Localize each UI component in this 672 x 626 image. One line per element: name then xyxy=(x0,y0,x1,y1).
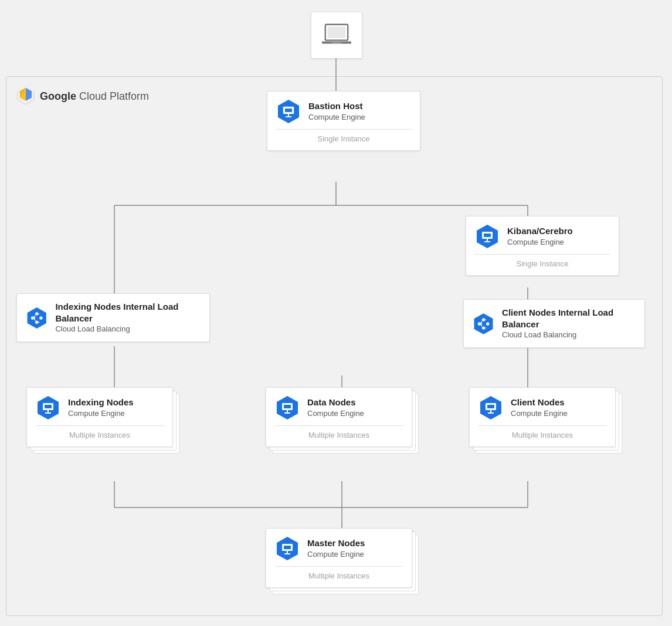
bastion-host-header: Bastion Host Compute Engine xyxy=(276,99,412,124)
data-nodes-subtitle: Compute Engine xyxy=(307,408,364,419)
svg-rect-69 xyxy=(284,553,290,554)
client-nodes-icon xyxy=(478,395,504,421)
client-nodes-instance: Multiple Instances xyxy=(478,431,607,439)
svg-rect-22 xyxy=(285,109,292,112)
svg-rect-54 xyxy=(45,412,51,414)
client-lb-title: Client Nodes Internal Load Balancer xyxy=(502,307,636,330)
client-lb-card: Client Nodes Internal Load Balancer Clou… xyxy=(463,299,645,348)
data-nodes-card: Data Nodes Compute Engine Multiple Insta… xyxy=(266,387,412,447)
indexing-lb-title: Indexing Nodes Internal Load Balancer xyxy=(55,301,201,324)
gcp-logo-text: Google Cloud Platform xyxy=(40,90,149,103)
svg-rect-17 xyxy=(328,27,346,38)
svg-point-41 xyxy=(478,322,481,325)
bastion-instance: Single Instance xyxy=(276,134,412,143)
master-nodes-subtitle: Compute Engine xyxy=(307,549,365,560)
laptop-icon xyxy=(322,22,351,49)
bastion-subtitle: Compute Engine xyxy=(308,112,365,123)
indexing-lb-card: Indexing Nodes Internal Load Balancer Cl… xyxy=(16,293,210,342)
svg-rect-19 xyxy=(332,43,341,44)
svg-rect-27 xyxy=(484,234,491,237)
client-lb-header: Client Nodes Internal Load Balancer Clou… xyxy=(472,307,636,340)
client-nodes-subtitle: Compute Engine xyxy=(511,408,568,419)
kibana-card: Kibana/Cerebro Compute Engine Single Ins… xyxy=(466,216,619,276)
kibana-instance: Single Instance xyxy=(474,259,610,268)
gcp-logo: Google Cloud Platform xyxy=(16,87,149,106)
svg-rect-64 xyxy=(488,412,494,414)
indexing-lb-header: Indexing Nodes Internal Load Balancer Cl… xyxy=(25,301,201,334)
bastion-title: Bastion Host xyxy=(308,100,365,112)
master-nodes-instance: Multiple Instances xyxy=(274,571,403,580)
svg-point-31 xyxy=(31,316,34,319)
bastion-host-icon xyxy=(276,99,301,124)
client-nodes-header: Client Nodes Compute Engine xyxy=(478,395,607,421)
indexing-nodes-title: Indexing Nodes xyxy=(68,397,134,408)
master-nodes-card: Master Nodes Compute Engine Multiple Ins… xyxy=(266,528,412,588)
indexing-nodes-header: Indexing Nodes Compute Engine xyxy=(35,395,164,421)
svg-point-34 xyxy=(39,316,42,319)
svg-marker-40 xyxy=(474,313,493,334)
laptop-card xyxy=(311,12,362,59)
data-nodes-instance: Multiple Instances xyxy=(274,431,403,439)
client-lb-icon xyxy=(472,311,495,337)
master-nodes-title: Master Nodes xyxy=(307,537,365,549)
bastion-host-card: Bastion Host Compute Engine Single Insta… xyxy=(267,91,420,151)
master-nodes-header: Master Nodes Compute Engine xyxy=(274,536,403,561)
kibana-icon xyxy=(474,224,500,249)
master-nodes-icon xyxy=(274,536,300,561)
client-nodes-card: Client Nodes Compute Engine Multiple Ins… xyxy=(469,387,616,447)
data-nodes-icon xyxy=(274,395,300,421)
indexing-nodes-card: Indexing Nodes Compute Engine Multiple I… xyxy=(26,387,173,447)
svg-rect-67 xyxy=(284,546,291,549)
logo-rest: Cloud Platform xyxy=(76,90,149,102)
svg-rect-59 xyxy=(284,412,290,414)
kibana-title: Kibana/Cerebro xyxy=(507,225,573,237)
data-nodes-header: Data Nodes Compute Engine xyxy=(274,395,403,421)
svg-marker-30 xyxy=(28,307,46,329)
svg-point-33 xyxy=(35,320,38,323)
data-nodes-title: Data Nodes xyxy=(307,397,364,408)
logo-google: Google xyxy=(40,90,76,102)
client-lb-subtitle: Cloud Load Balancing xyxy=(502,330,636,340)
kibana-header: Kibana/Cerebro Compute Engine xyxy=(474,224,610,249)
client-nodes-title: Client Nodes xyxy=(511,397,568,408)
kibana-subtitle: Compute Engine xyxy=(507,237,573,248)
indexing-nodes-icon xyxy=(35,395,61,421)
gcp-logo-icon xyxy=(16,87,35,106)
svg-rect-24 xyxy=(286,116,291,117)
svg-rect-52 xyxy=(45,405,52,408)
svg-point-32 xyxy=(35,312,38,315)
indexing-nodes-subtitle: Compute Engine xyxy=(68,408,134,419)
indexing-lb-subtitle: Cloud Load Balancing xyxy=(55,324,201,334)
svg-point-44 xyxy=(486,322,489,325)
svg-rect-29 xyxy=(484,241,490,242)
indexing-nodes-instance: Multiple Instances xyxy=(35,431,164,439)
svg-rect-62 xyxy=(487,405,494,408)
svg-point-42 xyxy=(482,318,485,321)
svg-point-43 xyxy=(482,326,485,329)
svg-rect-57 xyxy=(284,405,291,408)
indexing-lb-icon xyxy=(25,305,48,331)
